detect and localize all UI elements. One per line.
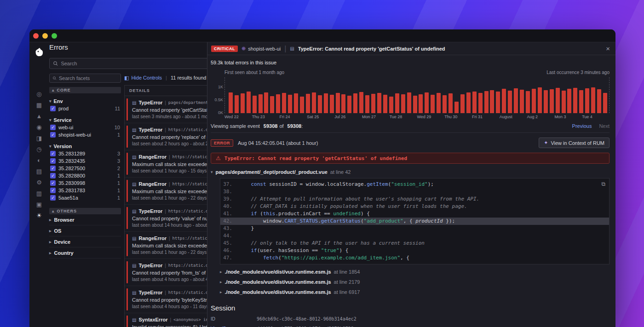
histogram-bar[interactable]: [264, 92, 268, 113]
facet-group-version[interactable]: ▾Version: [49, 143, 121, 150]
facet-item-web-ui[interactable]: ✓web-ui10: [49, 124, 121, 131]
pipelines-icon[interactable]: ⚙: [36, 179, 42, 186]
core-section-header[interactable]: ▴ CORE: [49, 87, 121, 93]
next-event-button[interactable]: Next: [599, 123, 610, 129]
view-in-rum-button[interactable]: ✦ View in Context of RUM: [539, 138, 610, 148]
monitors-icon[interactable]: ◉: [36, 124, 41, 131]
histogram-bar[interactable]: [526, 91, 530, 113]
close-window-button[interactable]: [33, 33, 39, 39]
facet-search-input[interactable]: [59, 75, 118, 81]
histogram-bar[interactable]: [306, 94, 310, 113]
histogram-bar[interactable]: [556, 88, 560, 113]
histogram-bar[interactable]: [514, 88, 518, 113]
security-icon[interactable]: ▣: [36, 201, 42, 208]
histogram-bar[interactable]: [496, 92, 500, 113]
histogram-bar[interactable]: [538, 87, 542, 113]
previous-event-button[interactable]: Previous: [572, 123, 592, 129]
facet-group-service[interactable]: ▾Service: [49, 116, 121, 124]
histogram-bar[interactable]: [443, 95, 447, 113]
histogram-bar[interactable]: [490, 90, 494, 113]
histogram-bar[interactable]: [341, 94, 345, 113]
histogram-bar[interactable]: [431, 95, 435, 113]
stack-frame-collapsed[interactable]: ▸./node_modules/vue/dist/vue.runtime.esm…: [220, 269, 610, 275]
notebooks-icon[interactable]: ▥: [36, 190, 42, 197]
histogram-bar[interactable]: [401, 94, 405, 113]
histogram-bar[interactable]: [597, 89, 601, 113]
histogram-bar[interactable]: [448, 93, 453, 113]
histogram-bar[interactable]: [276, 94, 280, 113]
histogram-bar[interactable]: [472, 92, 477, 113]
facet-group-browser[interactable]: ▸Browser: [49, 214, 121, 225]
histogram-bar[interactable]: [300, 97, 304, 113]
histogram-bar[interactable]: [359, 92, 363, 113]
histogram-bar[interactable]: [585, 88, 589, 113]
error-tracking-icon[interactable]: ☀: [36, 212, 42, 219]
apm-icon[interactable]: ◷: [36, 146, 41, 153]
facet-search[interactable]: [49, 74, 121, 83]
histogram-bar[interactable]: [383, 95, 387, 113]
histogram-bar[interactable]: [235, 95, 239, 113]
histogram-bar[interactable]: [347, 96, 351, 113]
histogram-bar[interactable]: [419, 94, 423, 113]
histogram-bar[interactable]: [365, 95, 369, 113]
histogram-bar[interactable]: [508, 91, 512, 113]
facet-item-35.2831289[interactable]: ✓35.28312893: [49, 150, 121, 157]
search-input[interactable]: [61, 61, 209, 66]
histogram-bar[interactable]: [389, 97, 393, 113]
histogram-bar[interactable]: [270, 96, 274, 113]
histogram-bar[interactable]: [377, 93, 381, 113]
checkbox-checked[interactable]: ✓: [50, 195, 56, 201]
checkbox-checked[interactable]: ✓: [50, 166, 56, 171]
histogram-bar[interactable]: [282, 93, 286, 113]
facet-group-env[interactable]: ▾Env: [49, 98, 121, 105]
histogram-bar[interactable]: [437, 93, 441, 113]
histogram-bar[interactable]: [330, 95, 334, 113]
histogram-bar[interactable]: [336, 93, 340, 113]
facet-group-os[interactable]: ▸OS: [49, 225, 121, 236]
histogram-bar[interactable]: [288, 95, 292, 113]
copy-icon[interactable]: ⧉: [601, 181, 605, 187]
histogram-bar[interactable]: [253, 96, 257, 113]
facet-group-country[interactable]: ▸Country: [49, 247, 121, 258]
dashboards-icon[interactable]: ▦: [36, 102, 42, 109]
facet-item-35.2828800[interactable]: ✓35.28288001: [49, 172, 121, 179]
others-section-header[interactable]: ▴ OTHERS: [49, 208, 121, 214]
facet-item-35.2831783[interactable]: ✓35.28317831: [49, 187, 121, 194]
histogram-bar[interactable]: [353, 93, 357, 113]
hide-controls-button[interactable]: ◧ Hide Controls: [124, 75, 162, 81]
histogram-bar[interactable]: [324, 93, 328, 113]
histogram-bar[interactable]: [567, 89, 571, 113]
stack-frame-collapsed[interactable]: ▸./node_modules/vue/dist/vue.runtime.esm…: [220, 289, 610, 295]
main-search[interactable]: [49, 58, 213, 69]
histogram-bar[interactable]: [425, 92, 429, 113]
histogram-bar[interactable]: [520, 90, 524, 113]
logs-icon[interactable]: ▤: [36, 168, 42, 175]
zoom-window-button[interactable]: [52, 33, 57, 39]
facet-group-device[interactable]: ▸Device: [49, 236, 121, 247]
checkbox-checked[interactable]: ✓: [50, 106, 56, 111]
histogram-bar[interactable]: [247, 92, 251, 113]
rum-icon[interactable]: ◐: [37, 157, 41, 164]
facet-item-5aae51a[interactable]: ✓5aae51a1: [49, 194, 121, 201]
infrastructure-icon[interactable]: ▲: [36, 113, 42, 120]
minimize-window-button[interactable]: [42, 33, 48, 39]
histogram-bar[interactable]: [460, 94, 465, 113]
checkbox-checked[interactable]: ✓: [50, 158, 56, 164]
histogram-bar[interactable]: [294, 93, 298, 113]
histogram-bar[interactable]: [478, 93, 483, 113]
stack-frame-collapsed[interactable]: ▸./node_modules/vue/dist/vue.runtime.esm…: [220, 279, 610, 285]
histogram-bar[interactable]: [466, 92, 471, 113]
histogram-bar[interactable]: [562, 91, 566, 113]
watchdog-icon[interactable]: ◎: [36, 91, 41, 98]
facet-item-shopist-web-ui[interactable]: ✓shopist-web-ui1: [49, 131, 121, 138]
metrics-icon[interactable]: ◨: [36, 135, 42, 142]
checkbox-checked[interactable]: ✓: [50, 132, 56, 138]
histogram-bar[interactable]: [371, 94, 375, 113]
facet-item-prod[interactable]: ✓prod11: [49, 105, 121, 112]
histogram-bar[interactable]: [550, 89, 554, 113]
histogram-bar[interactable]: [532, 89, 536, 113]
histogram-bar[interactable]: [502, 89, 506, 113]
checkbox-checked[interactable]: ✓: [50, 151, 56, 156]
histogram-bar[interactable]: [603, 93, 607, 113]
histogram-bar[interactable]: [544, 90, 548, 113]
